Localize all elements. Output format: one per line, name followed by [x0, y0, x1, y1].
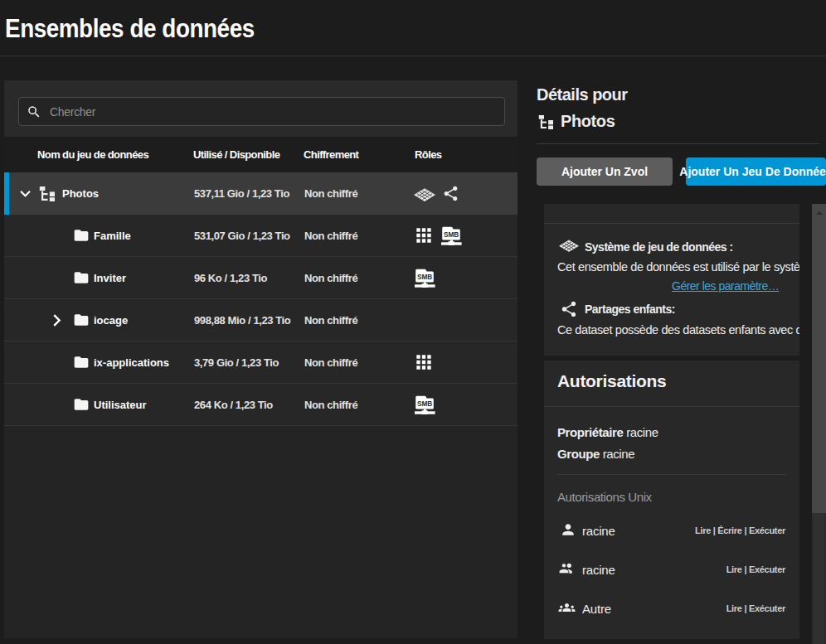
- svg-text:SMB: SMB: [444, 231, 459, 239]
- svg-text:SMB: SMB: [417, 274, 432, 281]
- svg-text:SMB: SMB: [417, 400, 432, 408]
